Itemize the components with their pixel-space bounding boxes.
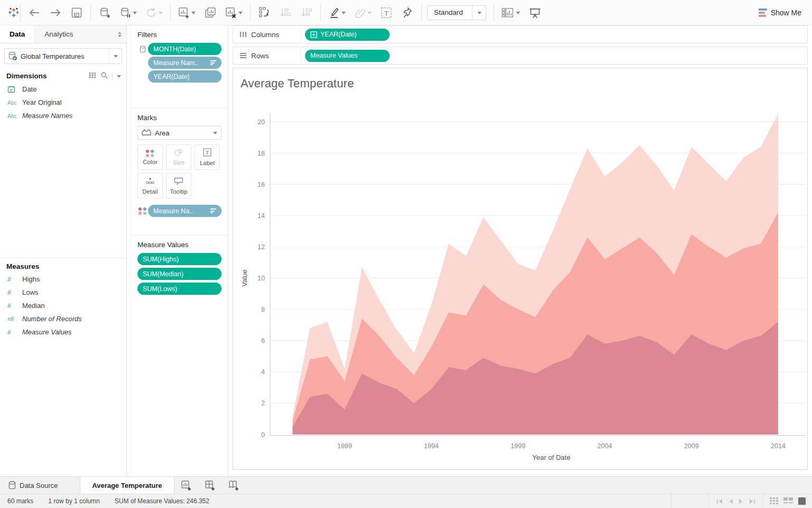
filter-pill-row: YEAR(Date): [137, 70, 222, 83]
measure-field-number-of-records[interactable]: =#Number of Records: [0, 312, 126, 325]
mark-type-caret[interactable]: [213, 132, 217, 137]
undo-button[interactable]: [28, 6, 41, 19]
dimension-field-measure-names[interactable]: AbcMeasure Names: [0, 109, 126, 122]
filters-title: Filters: [137, 31, 222, 39]
dimension-field-date[interactable]: Date: [0, 83, 126, 96]
data-pane: Data Analytics Global Temperatures Dimen…: [0, 25, 127, 476]
filter-pill-measure-nam-[interactable]: Measure Nam..: [148, 57, 222, 69]
new-worksheet-button[interactable]: [178, 7, 196, 19]
data-pane-tabs: Data Analytics: [0, 25, 126, 43]
dimensions-menu-caret[interactable]: [117, 75, 121, 80]
next-sheet-icon: [739, 498, 743, 504]
color-mark-button[interactable]: Color: [137, 144, 163, 170]
show-me-icon: [759, 8, 767, 17]
toolbar-separator: [421, 4, 422, 22]
search-icon[interactable]: [100, 71, 108, 80]
fit-dropdown-caret[interactable]: [472, 6, 486, 20]
new-story-tab-button[interactable]: [222, 477, 246, 494]
size-icon: [174, 149, 183, 158]
highlight-button[interactable]: [328, 7, 346, 19]
tab-data[interactable]: Data: [0, 25, 34, 43]
measure-values-pill-sum-lows-[interactable]: SUM(Lows): [137, 283, 222, 295]
measure-field-median[interactable]: #Median: [0, 299, 126, 312]
duplicate-sheet-button[interactable]: [204, 6, 217, 19]
tab-average-temperature[interactable]: Average Temperature: [80, 477, 174, 494]
y-tick-label: 0: [261, 431, 265, 439]
filter-pill-year-date-[interactable]: YEAR(Date): [148, 70, 222, 83]
marks-card: Marks Area ColorSizeTLabelDetailTooltip …: [131, 108, 228, 235]
measure-field-lows[interactable]: #Lows: [0, 286, 126, 299]
fit-dropdown[interactable]: Standard: [427, 5, 486, 20]
tooltip-icon: [174, 177, 183, 187]
x-tick-label: 1994: [424, 442, 439, 450]
marks-title: Marks: [137, 114, 222, 122]
new-worksheet-tab-button[interactable]: [174, 477, 198, 494]
measure-field-highs[interactable]: #Highs: [0, 273, 126, 286]
new-data-source-button[interactable]: [98, 6, 111, 19]
clear-sheet-caret[interactable]: [238, 12, 243, 16]
redo-button[interactable]: [49, 6, 62, 19]
new-dashboard-tab-button[interactable]: [198, 477, 222, 494]
area-chart[interactable]: 0246810121416182019891994199920042009201…: [233, 68, 807, 469]
swap-rows-columns-button[interactable]: [258, 6, 271, 19]
columns-year-date-pill[interactable]: YEAR(Date): [305, 29, 390, 41]
show-hide-cards-caret[interactable]: [516, 12, 520, 16]
show-sheet-sorter-icon[interactable]: [798, 497, 806, 505]
expand-plus-icon[interactable]: [310, 31, 317, 38]
y-axis-title: Value: [241, 269, 248, 286]
tab-data-source[interactable]: Data Source: [0, 477, 66, 494]
save-button[interactable]: [70, 6, 83, 19]
sort-icon: [210, 208, 216, 213]
measure-field-measure-values[interactable]: #Measure Values: [0, 325, 126, 339]
fix-axes-button[interactable]: [401, 6, 414, 19]
datasource-caret[interactable]: [109, 49, 122, 64]
measure-values-pill-sum-highs-[interactable]: SUM(Highs): [137, 253, 222, 265]
new-worksheet-caret[interactable]: [191, 12, 196, 16]
hash-icon: #: [7, 302, 22, 310]
rows-measure-values-pill[interactable]: Measure Values: [305, 50, 390, 62]
datasource-item[interactable]: Global Temperatures: [4, 48, 122, 64]
marks-color-pill-row: Measure Na..: [137, 205, 222, 217]
marks-measure-names-pill[interactable]: Measure Na..: [148, 205, 222, 217]
show-me-button[interactable]: Show Me: [759, 8, 805, 17]
show-tabs-icon[interactable]: [770, 497, 778, 505]
y-tick-label: 4: [261, 368, 265, 376]
pane-collapse-icon[interactable]: [117, 25, 126, 43]
color-legend-icon: [137, 207, 148, 215]
context-filter-database-icon: [140, 46, 146, 53]
status-bar: 60 marks 1 row by 1 column SUM of Measur…: [0, 494, 812, 508]
filter-pill-row: Measure Nam..: [137, 57, 222, 69]
label-mark-button[interactable]: TLabel: [195, 144, 220, 170]
measures-title: Measures: [6, 262, 121, 270]
database-icon: [5, 51, 21, 61]
detail-mark-button[interactable]: Detail: [137, 173, 163, 198]
fit-dropdown-value: Standard: [428, 8, 472, 16]
mark-type-dropdown[interactable]: Area: [137, 126, 222, 140]
pause-auto-updates-button[interactable]: [119, 7, 137, 19]
detail-icon: [146, 177, 154, 187]
area-mark-icon: [142, 129, 151, 137]
previous-sheet-icon: [728, 498, 733, 504]
clear-sheet-button[interactable]: [225, 7, 243, 19]
show-hide-cards-button[interactable]: [502, 7, 520, 18]
toolbar: T Standard Show Me: [0, 0, 812, 25]
highlight-caret[interactable]: [342, 12, 346, 16]
columns-shelf: Columns YEAR(Date): [233, 25, 808, 43]
first-sheet-icon: [716, 498, 723, 504]
show-mark-labels-button[interactable]: T: [380, 6, 393, 19]
x-tick-label: 1989: [337, 442, 352, 450]
presentation-mode-button[interactable]: [529, 6, 541, 19]
dimension-field-year-original[interactable]: AbcYear Original: [0, 96, 126, 109]
worksheet-canvas[interactable]: Average Temperature 02468101214161820198…: [233, 68, 808, 470]
label-icon: T: [203, 148, 211, 158]
tab-analytics[interactable]: Analytics: [34, 25, 117, 43]
pause-auto-updates-caret[interactable]: [133, 12, 137, 16]
y-tick-label: 6: [261, 337, 265, 344]
filter-pill-month-date-[interactable]: MONTH(Date): [148, 43, 222, 55]
tooltip-mark-button[interactable]: Tooltip: [166, 173, 191, 198]
view-data-icon[interactable]: [88, 72, 96, 80]
measure-values-pill-sum-median-[interactable]: SUM(Median): [137, 268, 222, 280]
cards-pane: Filters MONTH(Date)Measure Nam..YEAR(Dat…: [131, 25, 228, 476]
dimensions-header: Dimensions: [0, 67, 126, 83]
show-filmstrip-icon[interactable]: [783, 497, 793, 505]
